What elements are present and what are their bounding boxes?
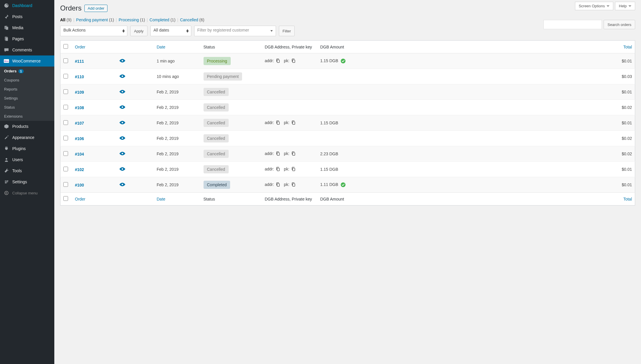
svg-point-24 xyxy=(122,168,123,170)
order-link[interactable]: #102 xyxy=(75,167,84,172)
svg-point-13 xyxy=(341,59,345,63)
sidebar-item-settings[interactable]: Settings xyxy=(0,176,54,187)
screen-options-toggle[interactable]: Screen Options xyxy=(575,2,614,10)
preview-eye-icon[interactable] xyxy=(119,182,126,187)
preview-eye-icon[interactable] xyxy=(119,90,126,94)
copy-pk-icon[interactable] xyxy=(291,58,296,64)
sidebar-item-plugins[interactable]: Plugins xyxy=(0,143,54,154)
bulk-actions-select[interactable]: Bulk Actions xyxy=(60,26,127,36)
row-checkbox[interactable] xyxy=(63,120,68,125)
svg-text:Woo: Woo xyxy=(4,60,9,62)
order-link[interactable]: #107 xyxy=(75,121,84,126)
sidebar-item-comments[interactable]: Comments xyxy=(0,44,54,55)
copy-addr-icon[interactable] xyxy=(276,167,281,172)
help-toggle[interactable]: Help xyxy=(615,2,635,10)
date-filter-select[interactable]: All dates xyxy=(150,26,191,36)
order-link[interactable]: #111 xyxy=(75,59,84,64)
sidebar-item-woocommerce[interactable]: WooWooCommerce xyxy=(0,55,54,67)
row-checkbox[interactable] xyxy=(63,167,68,171)
row-checkbox[interactable] xyxy=(63,89,68,94)
status-badge: Completed xyxy=(204,181,230,189)
order-date: Feb 2, 2019 xyxy=(154,146,201,162)
row-checkbox[interactable] xyxy=(63,136,68,140)
order-link[interactable]: #104 xyxy=(75,152,84,156)
preview-eye-icon[interactable] xyxy=(119,167,126,171)
status-filter-processing[interactable]: Processing xyxy=(119,18,140,22)
preview-eye-icon[interactable] xyxy=(119,121,126,125)
col-order-header[interactable]: Order xyxy=(72,41,154,53)
sidebar-item-pages[interactable]: Pages xyxy=(0,33,54,44)
submenu-item-coupons[interactable]: Coupons xyxy=(0,76,54,85)
order-link[interactable]: #106 xyxy=(75,136,84,141)
submenu-item-status[interactable]: Status xyxy=(0,103,54,112)
row-checkbox[interactable] xyxy=(63,182,68,187)
copy-addr-icon[interactable] xyxy=(276,58,281,64)
copy-pk-icon[interactable] xyxy=(291,167,296,172)
order-link[interactable]: #110 xyxy=(75,74,84,79)
sidebar-item-tools[interactable]: Tools xyxy=(0,165,54,176)
sidebar-item-media[interactable]: Media xyxy=(0,22,54,33)
orders-search-input[interactable] xyxy=(543,20,602,29)
copy-addr-icon[interactable] xyxy=(276,182,281,187)
add-order-button[interactable]: Add order xyxy=(84,5,107,12)
customer-filter-select[interactable]: Filter by registered customer xyxy=(194,26,276,36)
screen-options-label: Screen Options xyxy=(579,4,605,8)
submenu-item-reports[interactable]: Reports xyxy=(0,85,54,94)
row-checkbox[interactable] xyxy=(63,105,68,109)
search-orders-button[interactable]: Search orders xyxy=(604,20,635,29)
svg-rect-26 xyxy=(292,168,295,171)
preview-eye-icon[interactable] xyxy=(119,151,126,156)
apply-bulk-button[interactable]: Apply xyxy=(130,26,147,36)
dashboard-icon xyxy=(4,3,9,8)
sidebar-item-label: Pages xyxy=(12,36,24,41)
copy-pk-icon[interactable] xyxy=(291,120,296,126)
order-row: #100 Feb 2, 2019Completedaddr: pk: 1.11 … xyxy=(60,177,635,193)
collapse-menu[interactable]: Collapse menu xyxy=(0,187,54,198)
col-order-footer[interactable]: Order xyxy=(72,193,154,205)
select-all-checkbox-foot[interactable] xyxy=(63,196,68,201)
sidebar-item-users[interactable]: Users xyxy=(0,154,54,165)
preview-eye-icon[interactable] xyxy=(119,74,126,78)
submenu-item-orders[interactable]: Orders1 xyxy=(0,67,54,76)
status-badge: Cancelled xyxy=(204,119,229,127)
svg-rect-3 xyxy=(5,37,8,41)
sidebar-item-products[interactable]: Products xyxy=(0,121,54,132)
col-status-header: Status xyxy=(201,41,262,53)
submenu-label: Extensions xyxy=(4,114,23,119)
row-checkbox[interactable] xyxy=(63,58,68,63)
copy-pk-icon[interactable] xyxy=(291,151,296,156)
status-filter-cancelled[interactable]: Cancelled xyxy=(180,18,199,22)
status-filter-all[interactable]: All xyxy=(60,18,67,22)
select-all-checkbox[interactable] xyxy=(63,44,68,49)
users-icon xyxy=(4,157,9,163)
order-link[interactable]: #100 xyxy=(75,183,84,187)
order-link[interactable]: #108 xyxy=(75,105,84,110)
row-checkbox[interactable] xyxy=(63,74,68,79)
col-total-header[interactable]: Total xyxy=(393,41,635,53)
order-row: #110 10 mins agoPending payment$0.03 xyxy=(60,69,635,84)
copy-addr-icon[interactable] xyxy=(276,151,281,156)
submenu-item-settings[interactable]: Settings xyxy=(0,94,54,103)
order-link[interactable]: #109 xyxy=(75,90,84,95)
preview-eye-icon[interactable] xyxy=(119,105,126,109)
copy-pk-icon[interactable] xyxy=(291,182,296,187)
svg-point-7 xyxy=(7,180,8,182)
sidebar-item-dashboard[interactable]: Dashboard xyxy=(0,0,54,11)
filter-button[interactable]: Filter xyxy=(279,26,295,36)
col-date-header[interactable]: Date xyxy=(154,41,201,53)
copy-addr-icon[interactable] xyxy=(276,120,281,126)
col-total-footer[interactable]: Total xyxy=(393,193,635,205)
sidebar-item-appearance[interactable]: Appearance xyxy=(0,132,54,143)
svg-point-16 xyxy=(122,106,123,108)
submenu-item-extensions[interactable]: Extensions xyxy=(0,112,54,121)
sidebar-item-posts[interactable]: Posts xyxy=(0,11,54,22)
preview-eye-icon[interactable] xyxy=(119,59,126,63)
status-filter-pending-payment[interactable]: Pending payment xyxy=(76,18,109,22)
separator: | xyxy=(177,18,178,22)
row-checkbox[interactable] xyxy=(63,151,68,156)
dgb-amount: 1.11 DGB xyxy=(320,182,338,187)
order-date: Feb 2, 2019 xyxy=(154,177,201,193)
preview-eye-icon[interactable] xyxy=(119,136,126,140)
col-date-footer[interactable]: Date xyxy=(154,193,201,205)
status-filter-completed[interactable]: Completed xyxy=(150,18,171,22)
